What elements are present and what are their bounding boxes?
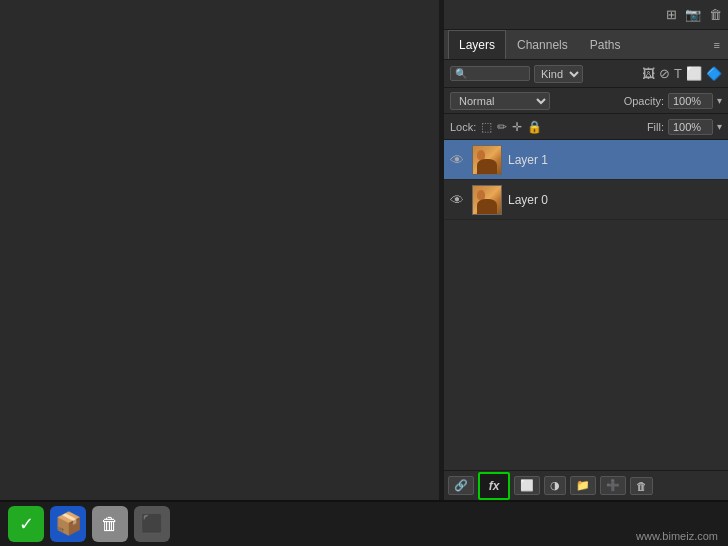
opacity-label: Opacity: (624, 95, 664, 107)
search-icon: 🔍 (455, 68, 467, 79)
canvas-area (0, 0, 439, 500)
taskbar-dropbox-icon[interactable]: 📦 (50, 506, 86, 542)
layer-name: Layer 0 (508, 193, 548, 207)
search-box[interactable]: 🔍 (450, 66, 530, 81)
adjustment-button[interactable]: ◑ (544, 476, 566, 495)
camera-icon[interactable]: 📷 (685, 7, 701, 22)
lock-row: Lock: ⬚ ✏ ✛ 🔒 Fill: ▾ (444, 114, 728, 140)
lock-label: Lock: (450, 121, 476, 133)
fill-input[interactable] (668, 119, 713, 135)
layers-panel: ⊞ 📷 🗑 Layers Channels Paths ≡ (443, 0, 728, 500)
tabs-row: Layers Channels Paths ≡ (444, 30, 728, 60)
filter-smart-icon[interactable]: 🔷 (706, 66, 722, 81)
tab-layers[interactable]: Layers (448, 30, 506, 59)
blend-mode-row: Normal Opacity: ▾ (444, 88, 728, 114)
delete-icon[interactable]: 🗑 (709, 7, 722, 22)
filter-circle-icon[interactable]: ⊘ (659, 66, 670, 81)
panel-toolbar: ⊞ 📷 🗑 (444, 0, 728, 30)
new-layer-button[interactable]: ➕ (600, 476, 626, 495)
effects-button[interactable]: fx (478, 472, 510, 500)
taskbar-system-icon[interactable]: ⬛ (134, 506, 170, 542)
tab-channels[interactable]: Channels (506, 30, 579, 59)
visibility-icon[interactable]: 👁 (450, 192, 466, 208)
fill-label: Fill: (647, 121, 664, 133)
filter-image-icon[interactable]: 🖼 (642, 66, 655, 81)
watermark: www.bimeiz.com (636, 530, 718, 542)
layer-thumbnail (472, 145, 502, 175)
lock-pixels-icon[interactable]: ⬚ (481, 120, 492, 134)
taskbar-trash-icon[interactable]: 🗑 (92, 506, 128, 542)
taskbar-check-icon[interactable]: ✓ (8, 506, 44, 542)
lock-position-icon[interactable]: ✛ (512, 120, 522, 134)
arrange-icon[interactable]: ⊞ (666, 7, 677, 22)
group-button[interactable]: 📁 (570, 476, 596, 495)
link-layers-button[interactable]: 🔗 (448, 476, 474, 495)
main-area: ⊞ 📷 🗑 Layers Channels Paths ≡ (0, 0, 728, 500)
fill-arrow[interactable]: ▾ (717, 121, 722, 132)
opacity-input[interactable] (668, 93, 713, 109)
panel-menu-icon[interactable]: ≡ (710, 39, 724, 51)
layer-name: Layer 1 (508, 153, 548, 167)
lock-all-icon[interactable]: 🔒 (527, 120, 542, 134)
filter-row: 🔍 Kind 🖼 ⊘ T ⬜ 🔷 (444, 60, 728, 88)
blend-mode-select[interactable]: Normal (450, 92, 550, 110)
filter-type-icon[interactable]: T (674, 66, 682, 81)
filter-shape-icon[interactable]: ⬜ (686, 66, 702, 81)
mask-button[interactable]: ⬜ (514, 476, 540, 495)
opacity-arrow[interactable]: ▾ (717, 95, 722, 106)
visibility-icon[interactable]: 👁 (450, 152, 466, 168)
delete-layer-button[interactable]: 🗑 (630, 477, 653, 495)
layer-item[interactable]: 👁 Layer 1 (444, 140, 728, 180)
filter-icons: 🖼 ⊘ T ⬜ 🔷 (642, 66, 722, 81)
lock-paint-icon[interactable]: ✏ (497, 120, 507, 134)
opacity-row: Opacity: ▾ (624, 93, 722, 109)
layers-list: 👁 Layer 1 👁 Layer 0 (444, 140, 728, 470)
layer-item[interactable]: 👁 Layer 0 (444, 180, 728, 220)
panel-bottom: 🔗 fx ⬜ ◑ 📁 ➕ 🗑 (444, 470, 728, 500)
fill-row: Fill: ▾ (647, 119, 722, 135)
layer-thumbnail (472, 185, 502, 215)
tab-paths[interactable]: Paths (579, 30, 632, 59)
kind-select[interactable]: Kind (534, 65, 583, 83)
taskbar: ✓ 📦 🗑 ⬛ www.bimeiz.com (0, 500, 728, 546)
